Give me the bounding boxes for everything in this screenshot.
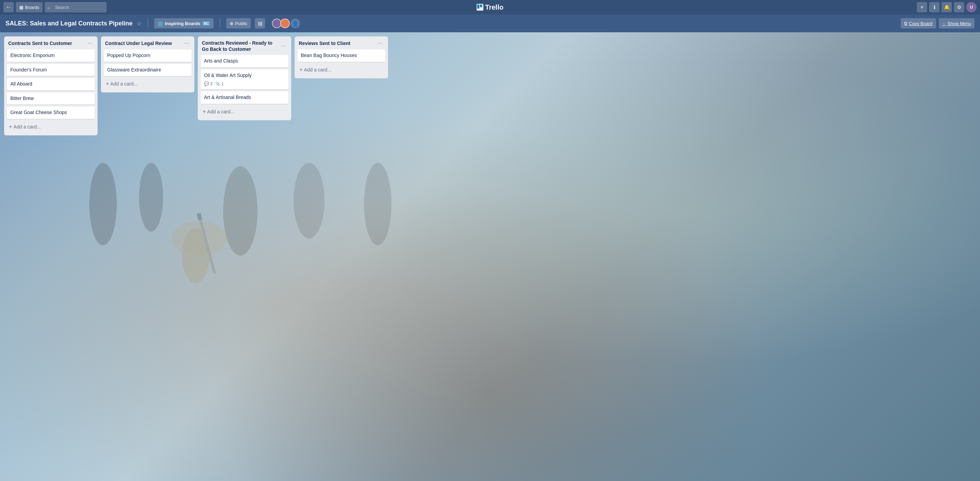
card-text: Electronic Emporium bbox=[10, 53, 55, 58]
attachment-badge: 📎 1 bbox=[215, 81, 224, 87]
list-3-title: Contracts Reviewed - Ready to Go Back to… bbox=[202, 40, 280, 52]
card-text: Oil & Water Art Supply bbox=[204, 72, 285, 79]
card-art-artisanal-breads[interactable]: Art & Artisanal Breads bbox=[200, 91, 288, 104]
list-3-add-card-button[interactable]: + Add a card... bbox=[199, 106, 290, 118]
card-arts-and-clasps[interactable]: Arts and Clasps bbox=[200, 55, 288, 67]
list-2-cards: Popped Up Popcorn Glassware Extraordinai… bbox=[101, 49, 194, 78]
card-popped-up-popcorn[interactable]: Popped Up Popcorn bbox=[104, 49, 192, 62]
add-card-label: Add a card... bbox=[110, 81, 137, 87]
card-bitter-brew[interactable]: Bitter Brew bbox=[7, 92, 95, 105]
show-menu-button[interactable]: ··· Show Menu bbox=[939, 18, 975, 29]
card-text: Great Goat Cheese Shops bbox=[10, 110, 67, 115]
svg-rect-1 bbox=[477, 5, 479, 9]
search-wrapper: ⌕ bbox=[45, 2, 107, 13]
card-text: Art & Artisanal Breads bbox=[204, 94, 251, 100]
card-oil-water-art-supply[interactable]: Oil & Water Art Supply 💬 3 📎 1 bbox=[200, 69, 288, 89]
lists-container: Contracts Sent to Customer ··· Electroni… bbox=[0, 32, 980, 481]
members-group: 👤 bbox=[269, 19, 300, 28]
copy-icon: ⧉ bbox=[904, 21, 907, 26]
add-card-label: Add a card... bbox=[304, 67, 331, 73]
avatar-initials: U bbox=[970, 5, 973, 10]
list-3-menu-button[interactable]: ··· bbox=[280, 43, 287, 49]
list-2-menu-button[interactable]: ··· bbox=[183, 40, 190, 47]
list-4-menu-button[interactable]: ··· bbox=[377, 40, 384, 47]
card-electronic-emporium[interactable]: Electronic Emporium bbox=[7, 49, 95, 62]
list-4-header: Reviews Sent to Client ··· bbox=[294, 37, 388, 49]
workspace-code: BC bbox=[202, 21, 210, 26]
topbar: ← ▦ Boards ⌕ Trello + ℹ 🔔 bbox=[0, 0, 980, 14]
info-button[interactable]: ℹ bbox=[929, 2, 939, 13]
list-2: Contract Under Legal Review ··· Popped U… bbox=[101, 37, 194, 92]
card-text: Founder's Forum bbox=[10, 67, 47, 73]
notification-button[interactable]: 🔔 bbox=[942, 2, 952, 13]
visibility-badge[interactable]: ⊕ Public bbox=[226, 18, 251, 29]
search-input[interactable] bbox=[45, 2, 107, 13]
back-icon: ← bbox=[6, 4, 11, 10]
list-1-menu-button[interactable]: ··· bbox=[86, 40, 94, 47]
star-icon[interactable]: ☆ bbox=[137, 20, 142, 27]
archive-button[interactable]: ▤ bbox=[255, 18, 265, 29]
workspace-name: Inspiring Boards bbox=[165, 21, 200, 26]
list-1-add-card-button[interactable]: + Add a card... bbox=[5, 121, 96, 133]
comment-badge: 💬 3 bbox=[204, 81, 213, 87]
card-text: Glassware Extraordinaire bbox=[107, 67, 161, 73]
list-2-header: Contract Under Legal Review ··· bbox=[101, 37, 194, 49]
card-text: Bitter Brew bbox=[10, 96, 33, 101]
add-button[interactable]: + bbox=[917, 2, 927, 13]
comment-count: 3 bbox=[210, 81, 213, 87]
card-all-aboard[interactable]: All Aboard bbox=[7, 78, 95, 90]
list-1-cards: Electronic Emporium Founder's Forum All … bbox=[4, 49, 97, 121]
card-text: Arts and Clasps bbox=[204, 58, 238, 64]
list-4: Reviews Sent to Client ··· Bean Bag Boun… bbox=[294, 37, 388, 78]
workspace-icon: ▦ bbox=[158, 20, 163, 27]
workspace-badge[interactable]: ▦ Inspiring Boards BC bbox=[154, 18, 213, 29]
back-button[interactable]: ← bbox=[3, 2, 14, 13]
card-text: Bean Bag Bouncy Houses bbox=[301, 53, 357, 58]
topbar-right: + ℹ 🔔 ⚙ U bbox=[917, 2, 977, 13]
card-great-goat-cheese[interactable]: Great Goat Cheese Shops bbox=[7, 107, 95, 119]
card-bean-bag-bouncy-houses[interactable]: Bean Bag Bouncy Houses bbox=[298, 49, 385, 62]
divider-1 bbox=[148, 19, 148, 27]
board-header-right: ⧉ Copy Board ··· Show Menu bbox=[901, 18, 975, 29]
list-4-cards: Bean Bag Bouncy Houses bbox=[294, 49, 388, 64]
user-avatar[interactable]: U bbox=[966, 2, 977, 13]
boards-icon: ▦ bbox=[19, 5, 23, 10]
show-menu-label: Show Menu bbox=[947, 21, 971, 26]
member-avatar-2[interactable] bbox=[280, 19, 290, 28]
card-founders-forum[interactable]: Founder's Forum bbox=[7, 64, 95, 76]
board-background: Contracts Sent to Customer ··· Electroni… bbox=[0, 32, 980, 481]
comment-icon: 💬 bbox=[204, 81, 209, 87]
list-3-cards: Arts and Clasps Oil & Water Art Supply 💬… bbox=[198, 55, 291, 106]
boards-button[interactable]: ▦ Boards bbox=[16, 2, 43, 13]
card-glassware[interactable]: Glassware Extraordinaire bbox=[104, 64, 192, 76]
add-card-icon: + bbox=[9, 124, 12, 130]
ellipsis-icon: ··· bbox=[942, 21, 946, 26]
add-card-icon: + bbox=[106, 81, 109, 87]
visibility-label: Public bbox=[235, 21, 247, 26]
gear-icon: ⚙ bbox=[957, 5, 961, 10]
trello-logo: Trello bbox=[477, 3, 503, 11]
copy-board-button[interactable]: ⧉ Copy Board bbox=[901, 18, 936, 29]
topbar-center: Trello bbox=[477, 3, 503, 11]
trello-wordmark: Trello bbox=[485, 3, 503, 11]
info-icon: ℹ bbox=[934, 5, 935, 10]
list-4-title: Reviews Sent to Client bbox=[299, 40, 377, 46]
list-4-add-card-button[interactable]: + Add a card... bbox=[296, 64, 387, 76]
list-1: Contracts Sent to Customer ··· Electroni… bbox=[4, 37, 97, 135]
settings-button[interactable]: ⚙ bbox=[954, 2, 964, 13]
card-badges: 💬 3 📎 1 bbox=[204, 81, 285, 87]
board-title: SALES: Sales and Legal Contracts Pipelin… bbox=[5, 20, 132, 27]
add-card-label: Add a card... bbox=[207, 109, 234, 115]
list-1-title: Contracts Sent to Customer bbox=[8, 40, 86, 46]
add-icon: + bbox=[920, 4, 923, 10]
add-member-button[interactable]: 👤 bbox=[291, 19, 300, 28]
list-2-add-card-button[interactable]: + Add a card... bbox=[102, 78, 193, 90]
list-3-header: Contracts Reviewed - Ready to Go Back to… bbox=[198, 37, 291, 55]
divider-2 bbox=[220, 19, 220, 27]
topbar-left: ← ▦ Boards ⌕ bbox=[3, 2, 107, 13]
copy-board-label: Copy Board bbox=[909, 21, 932, 26]
card-text: All Aboard bbox=[10, 81, 32, 87]
card-text: Popped Up Popcorn bbox=[107, 53, 150, 58]
paperclip-icon: 📎 bbox=[215, 81, 220, 87]
add-card-icon: + bbox=[203, 108, 206, 115]
